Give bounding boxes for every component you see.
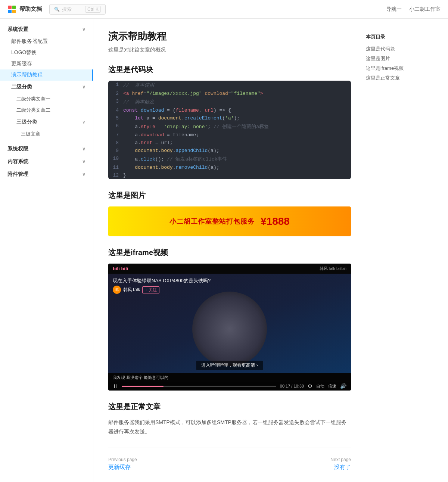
banner-image: 小二胡工作室整站打包服务 ¥1888 <box>108 206 351 236</box>
pagination: Previous page 更新缓存 Next page 没有了 <box>108 448 351 471</box>
channel-avatar: 韩 <box>113 286 121 294</box>
code-line-11: 11 document.body.removeChild(a); <box>108 164 351 171</box>
prev-link[interactable]: 更新缓存 <box>108 464 137 471</box>
logo-icon <box>7 5 16 14</box>
prev-label: Previous page <box>108 457 137 462</box>
toc-item-3[interactable]: 这里是iframe视频 <box>366 63 433 73</box>
svg-rect-3 <box>12 10 16 13</box>
article-summary: 这里是对此篇文章的概况 <box>108 47 351 53</box>
code-line-6: 6 a.style = 'display: none'; // 创建一个隐藏的a… <box>108 122 351 131</box>
video-channel-info: 韩 韩风Talk + 关注 <box>113 286 159 294</box>
sidebar-section-system-settings[interactable]: 系统设置 ∨ <box>0 23 93 36</box>
next-label: Next page <box>330 457 351 462</box>
code-line-5: 5 let a = document.createElement('a'); <box>108 114 351 122</box>
svg-rect-2 <box>8 10 12 13</box>
code-line-2: 2 <a href="/images/xxxxx.jpg" download="… <box>108 90 351 97</box>
svg-rect-0 <box>8 6 12 9</box>
nav-link-2[interactable]: 小二胡工作室 <box>409 6 441 13</box>
video-comment-bar: 我发现 我没这个 能随意可以的 <box>108 373 351 382</box>
pause-icon[interactable]: ⏸ <box>113 383 118 389</box>
sidebar-item-demo-tutorial[interactable]: 演示帮助教程 <box>0 69 93 81</box>
pagination-next: Next page 没有了 <box>330 457 351 471</box>
chevron-down-icon-3: ∨ <box>82 119 85 125</box>
video-main: 现在入手体验绿联NAS DXP4800的是头铁吗? 韩 韩风Talk + 关注 … <box>108 274 351 373</box>
toc-title: 本页目录 <box>366 34 433 40</box>
sidebar-item-level2-article1[interactable]: 二级分类文章一 <box>0 93 93 105</box>
sidebar-item-logo[interactable]: LOGO替换 <box>0 47 93 58</box>
article-title: 演示帮助教程 <box>108 30 351 43</box>
progress-bar[interactable] <box>122 386 276 387</box>
video-time: 00:17 / 10:30 <box>280 384 304 388</box>
video-channel-site: 韩风Talk bilibili <box>320 266 346 271</box>
sidebar-section-permissions[interactable]: 系统权限 ∨ <box>0 143 93 155</box>
banner-price: ¥1888 <box>261 215 290 227</box>
watch-hd-overlay[interactable]: 进入哔哩哔哩，观看更高清 › <box>196 361 263 370</box>
search-icon: 🔍 <box>54 7 60 12</box>
progress-fill <box>122 386 164 387</box>
search-bar[interactable]: 🔍 搜索 Ctrl K <box>49 4 106 15</box>
toc-item-4[interactable]: 这里是正常文章 <box>366 73 433 83</box>
volume-icon[interactable]: 🔊 <box>340 383 346 389</box>
chevron-down-icon-2: ∨ <box>82 84 85 90</box>
sidebar-section-level3[interactable]: 三级分类 ∨ <box>0 116 93 128</box>
bilibili-logo: bili bili <box>113 266 128 271</box>
nav-links: 导航一 小二胡工作室 <box>386 6 441 13</box>
section-heading-code: 这里是代码块 <box>108 65 351 75</box>
main-content: 演示帮助教程 这里是对此篇文章的概况 这里是代码块 1 // 基本使用 2 <a… <box>108 30 351 471</box>
chevron-down-icon-5: ∨ <box>82 159 85 164</box>
pagination-prev: Previous page 更新缓存 <box>108 457 137 471</box>
sidebar-item-level2-article2[interactable]: 二级分类文章二 <box>0 105 93 116</box>
chevron-down-icon-4: ∨ <box>82 146 85 152</box>
top-nav: 帮助文档 🔍 搜索 Ctrl K 导航一 小二胡工作室 <box>0 0 448 19</box>
banner-text: 小二胡工作室整站打包服务 <box>169 217 255 226</box>
article-image: 小二胡工作室整站打包服务 ¥1888 <box>108 206 351 236</box>
svg-rect-1 <box>12 6 16 9</box>
code-line-3: 3 // 脚本触发 <box>108 97 351 106</box>
quality-selector[interactable]: 自动 <box>316 383 324 389</box>
code-line-12: 12 } <box>108 171 351 179</box>
code-block: 1 // 基本使用 2 <a href="/images/xxxxx.jpg" … <box>108 81 351 179</box>
sidebar: 系统设置 ∨ 邮件服务器配置 LOGO替换 更新缓存 演示帮助教程 二级分类 ∨… <box>0 19 93 482</box>
video-embed: bili bili 韩风Talk bilibili 现在入手体验绿联NAS DX… <box>108 264 351 391</box>
video-top-bar: bili bili 韩风Talk bilibili <box>108 264 351 274</box>
chevron-down-icon: ∨ <box>82 27 85 32</box>
logo[interactable]: 帮助文档 <box>7 5 42 14</box>
sidebar-section-level2-label: 二级分类 <box>11 84 32 90</box>
code-line-9: 9 document.body.appendChild(a); <box>108 147 351 155</box>
sidebar-item-mail-config[interactable]: 邮件服务器配置 <box>0 36 93 47</box>
sidebar-item-cache[interactable]: 更新缓存 <box>0 58 93 69</box>
sidebar-section-level3-label: 三级分类 <box>16 119 37 125</box>
logo-text: 帮助文档 <box>19 6 42 13</box>
code-line-10: 10 a.click(); // 触发a标签的click事件 <box>108 155 351 164</box>
right-toc: 本页目录 这里是代码块 这里是图片 这里是iframe视频 这里是正常文章 <box>366 30 433 83</box>
article-normal-text: 邮件服务器我们采用SMTP模式，可以添加多组SMTP服务器，若一组服务器发送失败… <box>108 418 351 436</box>
next-link[interactable]: 没有了 <box>330 464 351 471</box>
speed-selector[interactable]: 倍速 <box>328 383 336 389</box>
code-line-8: 8 a.href = url; <box>108 139 351 147</box>
section-heading-video: 这里是iframe视频 <box>108 248 351 258</box>
section-heading-image: 这里是图片 <box>108 190 351 200</box>
sidebar-item-level3-article[interactable]: 三级文章 <box>0 128 93 140</box>
code-line-4: 4 const download = (filename, url) => { <box>108 106 351 114</box>
nav-link-1[interactable]: 导航一 <box>386 6 402 13</box>
sidebar-section-level2[interactable]: 二级分类 ∨ <box>0 81 93 93</box>
video-title: 现在入手体验绿联NAS DXP4800的是头铁吗? <box>113 277 211 284</box>
chevron-down-icon-6: ∨ <box>82 172 85 177</box>
sidebar-section-content-label: 内容系统 <box>7 158 28 165</box>
section-heading-text: 这里是正常文章 <box>108 402 351 412</box>
channel-name: 韩风Talk <box>123 287 140 293</box>
sidebar-section-permissions-label: 系统权限 <box>7 146 28 152</box>
sidebar-section-attachments[interactable]: 附件管理 ∨ <box>0 168 93 181</box>
video-comment: 我发现 我没这个 能随意可以的 <box>113 375 168 380</box>
video-controls: ⏸ 00:17 / 10:30 ⚙ 自动 倍速 🔊 <box>108 382 351 391</box>
toc-item-1[interactable]: 这里是代码块 <box>366 44 433 54</box>
sidebar-section-system-settings-label: 系统设置 <box>7 26 28 33</box>
search-label: 搜索 <box>62 6 72 13</box>
code-line-7: 7 a.download = filename; <box>108 131 351 139</box>
follow-button[interactable]: + 关注 <box>142 286 159 293</box>
content-area: 演示帮助教程 这里是对此篇文章的概况 这里是代码块 1 // 基本使用 2 <a… <box>93 19 448 482</box>
main-layout: 系统设置 ∨ 邮件服务器配置 LOGO替换 更新缓存 演示帮助教程 二级分类 ∨… <box>0 19 448 482</box>
toc-item-2[interactable]: 这里是图片 <box>366 54 433 63</box>
settings-icon[interactable]: ⚙ <box>308 383 312 389</box>
sidebar-section-content[interactable]: 内容系统 ∨ <box>0 155 93 168</box>
